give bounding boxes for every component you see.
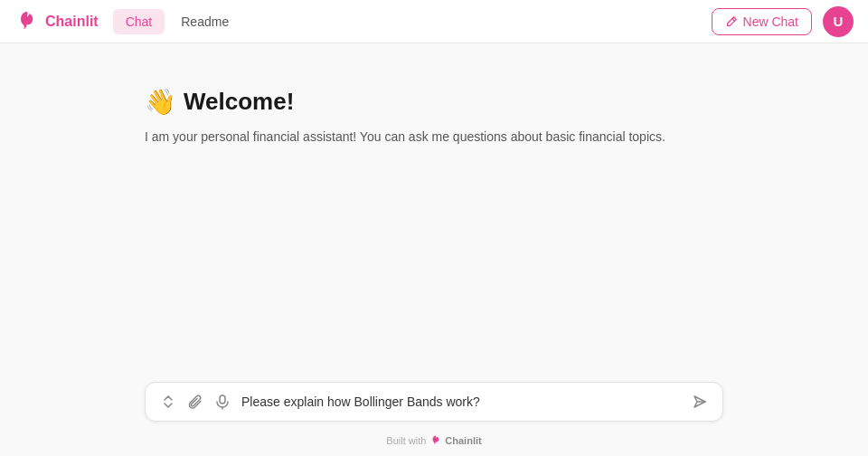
welcome-title: 👋 Welcome!: [145, 87, 665, 117]
logo[interactable]: Chainlit: [14, 9, 99, 34]
footer-chainlit-icon: [429, 434, 442, 447]
new-chat-button[interactable]: New Chat: [712, 8, 812, 35]
logo-text: Chainlit: [45, 14, 99, 30]
chainlit-logo-icon: [14, 9, 40, 34]
nav-tabs: Chat Readme: [113, 9, 242, 34]
microphone-icon: [214, 394, 231, 410]
built-with-label: Built with: [386, 435, 426, 446]
footer: Built with Chainlit: [0, 429, 868, 456]
header-right: New Chat U: [712, 6, 854, 37]
main-content: 👋 Welcome! I am your personal financial …: [0, 43, 868, 456]
collapse-button[interactable]: [158, 392, 178, 412]
welcome-subtitle: I am your personal financial assistant! …: [145, 128, 665, 147]
avatar[interactable]: U: [823, 6, 854, 37]
avatar-initials: U: [834, 14, 844, 29]
tab-readme[interactable]: Readme: [168, 9, 241, 34]
welcome-section: 👋 Welcome! I am your personal financial …: [145, 87, 665, 147]
chat-area: 👋 Welcome! I am your personal financial …: [0, 43, 868, 371]
input-container: [145, 382, 723, 422]
welcome-emoji: 👋: [145, 87, 176, 117]
input-area: [0, 371, 868, 429]
chevrons-icon: [160, 394, 176, 410]
chat-input[interactable]: [241, 394, 681, 409]
attach-button[interactable]: [185, 392, 205, 412]
send-icon: [692, 394, 708, 410]
microphone-button[interactable]: [212, 392, 232, 412]
header: Chainlit Chat Readme New Chat U: [0, 0, 868, 43]
header-left: Chainlit Chat Readme: [14, 9, 241, 34]
send-button[interactable]: [690, 392, 710, 412]
footer-logo: Chainlit: [429, 434, 481, 447]
new-chat-label: New Chat: [743, 14, 798, 29]
svg-rect-0: [220, 395, 225, 404]
footer-brand-label: Chainlit: [445, 435, 481, 446]
paperclip-icon: [187, 394, 203, 410]
tab-chat[interactable]: Chat: [113, 9, 165, 34]
input-actions-left: [158, 392, 232, 412]
edit-icon: [725, 15, 738, 28]
welcome-heading: Welcome!: [184, 88, 294, 116]
